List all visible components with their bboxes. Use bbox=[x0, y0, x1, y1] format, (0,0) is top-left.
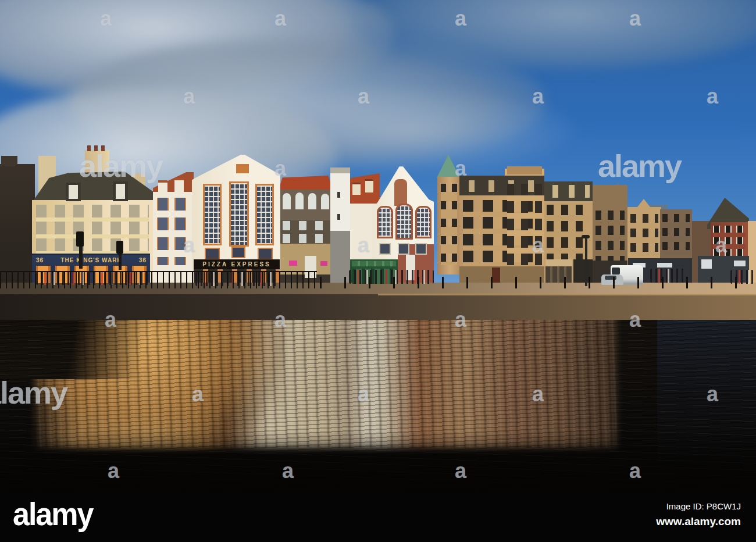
traffic-light-head bbox=[76, 231, 84, 247]
small-window bbox=[415, 243, 427, 255]
watermark-a: a bbox=[455, 8, 466, 29]
gable-crest-ornament bbox=[394, 179, 407, 206]
arched-window bbox=[283, 193, 291, 209]
watermark-a: a bbox=[358, 86, 369, 107]
watermark-a: a bbox=[358, 235, 369, 256]
watermark-a: a bbox=[274, 8, 286, 29]
shop-sign-white bbox=[701, 259, 712, 269]
watermark-a: a bbox=[629, 461, 641, 482]
small-window bbox=[205, 248, 220, 260]
arched-window bbox=[415, 206, 432, 238]
tower-slit-window bbox=[337, 214, 340, 220]
chimney bbox=[1, 156, 17, 166]
dormer-window bbox=[365, 179, 373, 192]
arched-window bbox=[295, 192, 304, 209]
arched-window bbox=[395, 204, 413, 240]
building-far-left-dark bbox=[0, 164, 35, 287]
watermark-a: a bbox=[532, 384, 544, 405]
window-grid bbox=[441, 184, 457, 265]
pizza-express-sign-text: PIZZA EXPRESS bbox=[202, 261, 271, 268]
watermark-a: a bbox=[532, 235, 544, 256]
watermark-a: a bbox=[358, 384, 369, 405]
watermark-a: a bbox=[455, 309, 466, 330]
window-grid bbox=[662, 214, 690, 255]
pub-sign-kings-wark: 36 THE KING'S WARK 36 bbox=[36, 256, 147, 264]
watermark-a: a bbox=[282, 461, 294, 482]
quay-bollards bbox=[320, 277, 756, 288]
shop-sign-white bbox=[657, 263, 672, 268]
watermark-a: a bbox=[532, 86, 544, 107]
watermark-a: a bbox=[629, 309, 641, 330]
chimney-row bbox=[507, 166, 542, 174]
watermark-a: a bbox=[707, 86, 718, 107]
dormer-window bbox=[69, 185, 78, 199]
pink-shop-sign bbox=[289, 261, 297, 266]
alamy-logo: alamy bbox=[13, 495, 92, 533]
shop-sign-beige bbox=[545, 259, 572, 266]
tall-window bbox=[255, 184, 274, 245]
traffic-light-head bbox=[116, 241, 123, 254]
quay-wall-lit-edge bbox=[378, 294, 756, 295]
watermark-alamy: alamy bbox=[598, 150, 681, 181]
watermark-a: a bbox=[183, 235, 195, 256]
watermark-a: a bbox=[274, 309, 286, 330]
window-grid bbox=[595, 211, 625, 261]
alamy-footer-bar: alamy Image ID: P8CW1J www.alamy.com bbox=[0, 493, 756, 542]
pub-name: THE KING'S WARK bbox=[60, 257, 122, 263]
watermark-a: a bbox=[715, 235, 727, 256]
watermark-a: a bbox=[192, 384, 204, 405]
tall-window bbox=[203, 184, 222, 245]
cloud bbox=[250, 87, 576, 174]
arched-window bbox=[321, 194, 329, 209]
pub-sign-green bbox=[352, 261, 396, 266]
small-window bbox=[398, 243, 409, 255]
window-grid bbox=[547, 205, 590, 259]
website-text: www.alamy.com bbox=[656, 515, 741, 528]
window-grid bbox=[283, 221, 329, 243]
window-grid bbox=[630, 214, 658, 256]
watermark-a: a bbox=[455, 158, 466, 179]
watermark-alamy: alamy bbox=[79, 150, 162, 181]
street-number-right: 36 bbox=[139, 257, 147, 263]
street-number-left: 36 bbox=[36, 257, 44, 263]
dormer-window bbox=[116, 184, 125, 199]
watermark-a: a bbox=[183, 86, 195, 107]
watermark-a: a bbox=[455, 461, 466, 482]
pink-shop-sign bbox=[320, 261, 327, 266]
watermark-a: a bbox=[100, 8, 112, 29]
watermark-a: a bbox=[108, 461, 119, 482]
dormer-window bbox=[352, 183, 361, 195]
watermark-a: a bbox=[274, 158, 286, 179]
stock-photo-leith-shore: 36 THE KING'S WARK 36 PIZZA EXPRESS bbox=[0, 0, 756, 542]
small-window bbox=[379, 243, 391, 255]
tower-slit-window bbox=[337, 192, 340, 198]
watermark-a: a bbox=[105, 309, 116, 330]
watermark-alamy: alamy bbox=[0, 377, 67, 408]
window-grid bbox=[36, 205, 149, 254]
pizza-express-sign: PIZZA EXPRESS bbox=[194, 259, 280, 269]
tall-window bbox=[229, 181, 249, 247]
dormer-window bbox=[174, 178, 184, 194]
image-id-text: Image ID: P8CW1J bbox=[656, 501, 741, 511]
white-tower bbox=[330, 167, 350, 283]
waterfront-railing bbox=[0, 271, 317, 288]
small-window bbox=[231, 247, 245, 258]
watermark-a: a bbox=[707, 384, 718, 405]
street-lamp-head bbox=[582, 235, 590, 238]
gable-vent bbox=[236, 164, 249, 173]
arched-window bbox=[377, 206, 393, 238]
roof-dormers bbox=[547, 185, 590, 198]
watermark-a: a bbox=[629, 8, 641, 29]
shop-sign-white bbox=[734, 261, 746, 266]
arched-window bbox=[308, 193, 316, 209]
small-window bbox=[258, 248, 273, 260]
van-windshield bbox=[612, 268, 620, 274]
